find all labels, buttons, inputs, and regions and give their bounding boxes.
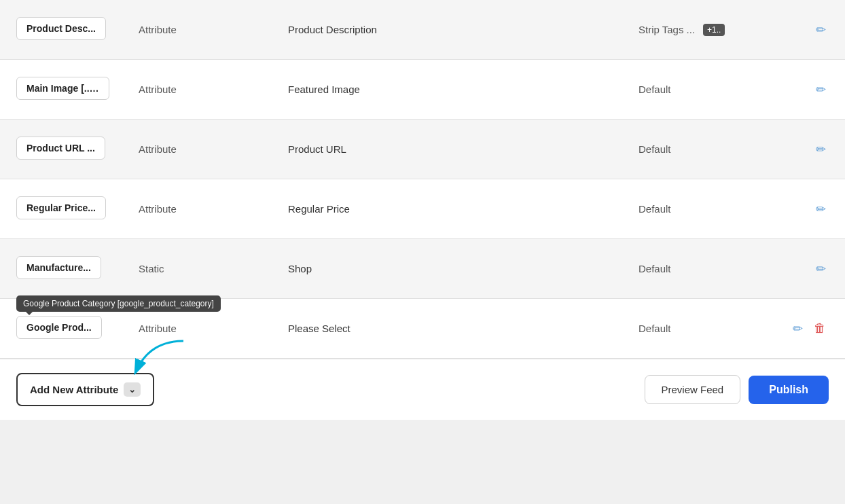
row-option: Default bbox=[639, 84, 774, 95]
row-option: Default bbox=[639, 143, 774, 155]
row-option: Default bbox=[639, 263, 774, 274]
table-row: Product URL ... Attribute Product URL De… bbox=[0, 120, 845, 179]
row-name-badge: Product Desc... bbox=[16, 17, 106, 40]
row-actions: ✏ bbox=[774, 79, 829, 100]
name-tooltip-wrapper: Main Image [..… bbox=[16, 77, 139, 103]
name-tooltip-wrapper: Product URL ... bbox=[16, 137, 139, 162]
row-name-badge: Google Prod... bbox=[16, 316, 102, 339]
row-type: Attribute bbox=[139, 24, 288, 35]
row-type: Static bbox=[139, 263, 288, 274]
row-name-col: Google Product Category [google_product_… bbox=[16, 316, 139, 342]
table-row: Manufacture... Static Shop Default ✏ bbox=[0, 239, 845, 299]
delete-icon: 🗑 bbox=[814, 321, 826, 336]
row-actions: ✏ bbox=[774, 139, 829, 160]
edit-icon: ✏ bbox=[816, 22, 826, 37]
edit-button[interactable]: ✏ bbox=[813, 139, 829, 160]
edit-icon: ✏ bbox=[816, 202, 826, 217]
table-row: Google Product Category [google_product_… bbox=[0, 299, 845, 359]
row-name-badge: Regular Price... bbox=[16, 196, 106, 219]
row-value: Shop bbox=[288, 263, 639, 274]
add-attribute-chevron-icon: ⌄ bbox=[124, 382, 141, 397]
edit-icon: ✏ bbox=[816, 142, 826, 157]
row-option: Default bbox=[639, 323, 774, 334]
row-option: Default bbox=[639, 203, 774, 215]
add-new-attribute-button[interactable]: Add New Attribute ⌄ bbox=[16, 373, 154, 406]
table-row: Regular Price... Attribute Regular Price… bbox=[0, 179, 845, 239]
publish-button[interactable]: Publish bbox=[749, 376, 829, 404]
row-name-col: Product Desc... bbox=[16, 17, 139, 43]
row-actions: ✏ bbox=[774, 199, 829, 219]
row-option: Strip Tags ...+1.. bbox=[639, 24, 774, 36]
table-row: Main Image [..… Attribute Featured Image… bbox=[0, 60, 845, 120]
row-value: Product URL bbox=[288, 143, 639, 155]
name-tooltip-wrapper: Google Product Category [google_product_… bbox=[16, 316, 139, 342]
name-tooltip-wrapper: Regular Price... bbox=[16, 196, 139, 222]
edit-icon: ✏ bbox=[793, 321, 803, 336]
edit-button[interactable]: ✏ bbox=[813, 20, 829, 40]
row-name-badge: Manufacture... bbox=[16, 256, 101, 279]
attribute-list: Product Desc... Attribute Product Descri… bbox=[0, 0, 845, 420]
footer-actions: Preview Feed Publish bbox=[645, 375, 829, 404]
row-actions: ✏ 🗑 bbox=[774, 319, 829, 339]
row-type: Attribute bbox=[139, 84, 288, 95]
table-row: Product Desc... Attribute Product Descri… bbox=[0, 0, 845, 60]
row-name-badge: Product URL ... bbox=[16, 137, 105, 160]
row-type: Attribute bbox=[139, 323, 288, 334]
edit-icon: ✏ bbox=[816, 262, 826, 276]
row-type: Attribute bbox=[139, 203, 288, 215]
row-value: Regular Price bbox=[288, 203, 639, 215]
row-value: Featured Image bbox=[288, 84, 639, 95]
edit-icon: ✏ bbox=[816, 82, 826, 97]
row-name-col: Regular Price... bbox=[16, 196, 139, 222]
row-name-col: Manufacture... bbox=[16, 256, 139, 282]
row-name-col: Product URL ... bbox=[16, 137, 139, 162]
edit-button[interactable]: ✏ bbox=[813, 79, 829, 100]
name-tooltip-wrapper: Product Desc... bbox=[16, 17, 139, 43]
preview-feed-button[interactable]: Preview Feed bbox=[645, 375, 741, 404]
row-value: Product Description bbox=[288, 24, 639, 35]
row-name-col: Main Image [..… bbox=[16, 77, 139, 103]
row-actions: ✏ bbox=[774, 20, 829, 40]
row-type: Attribute bbox=[139, 143, 288, 155]
row-name-badge: Main Image [..… bbox=[16, 77, 109, 100]
option-badge: +1.. bbox=[703, 24, 725, 36]
row-value: Please Select bbox=[288, 323, 639, 334]
edit-button[interactable]: ✏ bbox=[790, 319, 806, 339]
add-new-attribute-label: Add New Attribute bbox=[30, 384, 118, 395]
row-actions: ✏ bbox=[774, 259, 829, 279]
edit-button[interactable]: ✏ bbox=[813, 259, 829, 279]
edit-button[interactable]: ✏ bbox=[813, 199, 829, 219]
name-tooltip-wrapper: Manufacture... bbox=[16, 256, 139, 282]
delete-button[interactable]: 🗑 bbox=[811, 319, 829, 338]
footer: Add New Attribute ⌄ Preview Feed Publish bbox=[0, 359, 845, 420]
